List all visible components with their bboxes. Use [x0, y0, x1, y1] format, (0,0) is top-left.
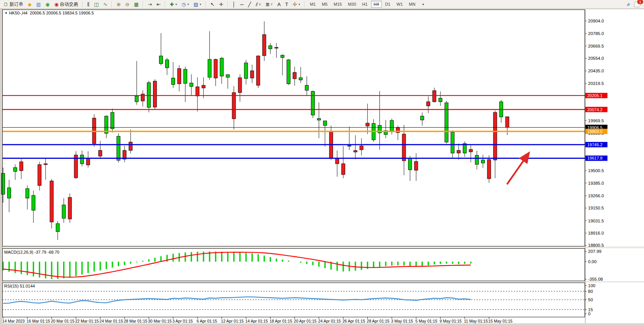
price-axis-tick-label: 19969.5	[588, 118, 604, 123]
candle	[165, 60, 169, 68]
timeframe-button-m1[interactable]: M1	[307, 1, 318, 8]
toolbar-separator	[228, 1, 228, 7]
trendline-button[interactable]: ╱	[246, 1, 253, 8]
arrows-button[interactable]: ✣▾	[291, 1, 302, 8]
new-order-label: 新订单	[10, 1, 23, 8]
time-axis-label: 6 Apr 01:15	[197, 319, 217, 323]
timeframe-button-h4[interactable]: H4	[371, 1, 382, 8]
hline-icon: ─	[240, 2, 244, 7]
candle	[7, 188, 11, 198]
toolbar-separator	[82, 1, 83, 7]
price-axis-tick-label: 20554.0	[588, 56, 604, 61]
candle	[32, 195, 35, 210]
time-axis-label: 24 Apr 01:15	[318, 319, 341, 323]
candle	[427, 102, 430, 106]
time-axis-label: 14 Mar 2023	[2, 319, 25, 323]
indicators-button[interactable]: ✚▾	[168, 1, 179, 8]
time-axis-label: 20 Apr 01:15	[294, 319, 317, 323]
price-level-badge-label: 19617.8	[587, 156, 603, 160]
chart-shift-button[interactable]: ⇤	[155, 1, 163, 8]
crosshair-button[interactable]: ✛	[217, 1, 225, 8]
candle	[299, 78, 303, 80]
templates-icon: ▨	[193, 2, 198, 7]
macd-axis-label: -355.08	[588, 277, 603, 281]
candle	[117, 136, 120, 160]
zoom-in-icon: ⊕	[116, 2, 121, 7]
candle	[445, 103, 448, 142]
indicators-icon: ✚	[170, 2, 174, 7]
hline-button[interactable]: ─	[238, 1, 245, 8]
signals-button[interactable]: ◉	[43, 1, 51, 8]
chevron-down-icon[interactable]: ▾	[298, 3, 300, 6]
timeframe-button-m30[interactable]: M30	[345, 1, 359, 8]
main-toolbar: 🗋新订单◆▥◉◉自动交易⫼◫∿⊕⊖▦⇥⇤✚▾◷▾▨▾↖✛│─╱⫽E≣FAT✣▾M…	[0, 0, 644, 9]
candle	[99, 150, 102, 156]
trading-terminal-window: { "toolbar": { "order_group": [ {"name":…	[0, 0, 644, 326]
text-button[interactable]: A	[276, 1, 283, 8]
time-axis-label: 12 Apr 01:15	[221, 319, 244, 323]
templates-button[interactable]: ▨▾	[191, 1, 203, 8]
timeframe-button-w1[interactable]: W1	[394, 1, 406, 8]
chart-canvas[interactable]: 20904.020785.020669.520554.020435.020319…	[0, 0, 644, 326]
time-axis-label: 22 Mar 01:15	[75, 319, 99, 323]
price-axis-tick-label: 20435.0	[588, 69, 604, 73]
timeframe-button-h1[interactable]: H1	[360, 1, 370, 8]
timeframe-button-m15[interactable]: M15	[331, 1, 344, 8]
candle	[105, 116, 108, 133]
candle	[159, 56, 163, 64]
periods-icon: ◷	[182, 2, 186, 7]
zoom-out-button[interactable]: ⊖	[123, 1, 131, 8]
chart-title-ohlc: 20006.5 20006.5 19834.5 19906.5	[30, 11, 94, 15]
new-order-button[interactable]: 🗋新订单	[2, 0, 25, 8]
time-axis-label: 5 May 01:15	[415, 319, 437, 323]
periods-button[interactable]: ◷▾	[180, 1, 191, 8]
chevron-down-icon[interactable]: ▾	[200, 3, 201, 6]
time-axis-label: 30 Mar 01:15	[148, 319, 172, 323]
notifications-icon[interactable]: 1	[634, 1, 641, 7]
chevron-down-icon[interactable]: ▾	[175, 3, 177, 6]
timeframe-button-m5[interactable]: M5	[319, 1, 330, 8]
candle	[354, 150, 357, 152]
timeframe-button-d1[interactable]: D1	[383, 1, 393, 8]
zoom-in-button[interactable]: ⊕	[115, 1, 123, 8]
search-icon[interactable]: ⌕	[627, 1, 630, 8]
fibonacci-icon: ≣	[266, 2, 270, 7]
candle	[505, 117, 509, 127]
equidistant-channel-button[interactable]: ⫽E	[254, 1, 263, 8]
auto-trading-button[interactable]: ◉自动交易	[53, 0, 80, 8]
macd-indicator-label: MACD(12,26,9) -37.79 -68.70	[4, 250, 59, 254]
line-chart-button[interactable]: ∿	[101, 1, 109, 8]
bar-chart-button[interactable]: ⫼	[85, 1, 91, 8]
candle	[50, 181, 53, 222]
timeframe-button-mn[interactable]: MN	[406, 1, 418, 8]
toolbar-overflow-icon[interactable]: ▼	[422, 3, 424, 6]
candle	[238, 78, 242, 93]
toolbar-separator	[165, 1, 166, 7]
time-axis-label: 9 May 01:15	[440, 319, 462, 323]
vline-button[interactable]: │	[231, 1, 238, 8]
time-axis-label: 14 Apr 01:15	[245, 319, 268, 323]
rsi-axis-label: 80	[588, 289, 593, 294]
candle	[469, 149, 472, 152]
time-axis-label: 3 May 01:15	[391, 319, 413, 323]
chevron-down-icon[interactable]: ▾	[187, 3, 189, 6]
candlestick-chart-button[interactable]: ◫	[92, 1, 100, 8]
fibonacci-button[interactable]: ≣F	[264, 1, 275, 8]
candle	[129, 142, 132, 150]
time-axis-label: 11 May 01:15	[464, 319, 488, 323]
auto-scroll-button[interactable]: ⇥	[146, 1, 154, 8]
candle	[481, 160, 485, 163]
tile-windows-button[interactable]: ▦	[132, 1, 140, 8]
text-label-button[interactable]: T	[283, 1, 290, 8]
toolbar-separator	[304, 1, 305, 7]
arrows-icon: ✣	[293, 2, 297, 7]
market-watch-button[interactable]: ▥	[34, 1, 43, 8]
candle	[341, 164, 345, 174]
candle	[293, 72, 296, 79]
metaeditor-button[interactable]: ◆	[26, 1, 33, 8]
candle	[433, 91, 436, 102]
price-axis-tick-label: 19150.5	[588, 206, 604, 210]
chart-collapse-icon[interactable]: ▼	[5, 11, 8, 15]
cursor-button[interactable]: ↖	[209, 1, 217, 8]
trendline-icon: ╱	[248, 2, 251, 7]
